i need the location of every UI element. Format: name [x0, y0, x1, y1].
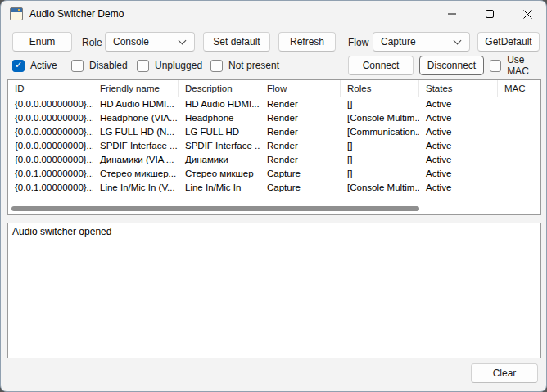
chevron-down-icon — [454, 36, 462, 44]
role-combobox-value: Console — [113, 36, 149, 47]
table-cell: [] — [341, 153, 419, 167]
close-icon — [523, 10, 532, 19]
refresh-button-label: Refresh — [290, 36, 324, 47]
chevron-down-icon — [179, 36, 187, 44]
table-cell: HD Audio HDMI... — [93, 97, 179, 111]
column-header[interactable]: Description — [179, 80, 260, 97]
close-button[interactable] — [509, 1, 546, 27]
minimize-icon — [448, 10, 456, 18]
column-header[interactable]: Friendly name — [93, 80, 179, 97]
table-cell — [498, 97, 540, 111]
unplugged-checkbox-label: Unplugged — [155, 60, 202, 71]
table-row[interactable]: {0.0.1.00000000}...Line In/Mic In (V...L… — [8, 181, 540, 195]
column-header[interactable]: Flow — [260, 80, 341, 97]
table-cell: [Console Multim... — [341, 181, 419, 195]
table-cell: Динамики (VIA ... — [93, 153, 179, 167]
table-cell: [] — [341, 139, 419, 153]
set-default-button[interactable]: Set default — [203, 32, 270, 52]
table-cell: {0.0.0.00000000}... — [8, 139, 93, 153]
table-cell: Active — [419, 139, 498, 153]
table-row[interactable]: {0.0.0.00000000}...HD Audio HDMI...HD Au… — [8, 97, 540, 111]
table-header: IDFriendly nameDescriptionFlowRolesState… — [8, 80, 540, 97]
table-cell: LG FULL HD — [179, 125, 260, 139]
table-cell: SPDIF Interface ... — [93, 139, 179, 153]
table-cell: {0.0.0.00000000}... — [8, 125, 93, 139]
table-cell — [498, 139, 540, 153]
active-checkbox-label: Active — [30, 60, 57, 71]
active-checkbox[interactable]: ✓ Active — [12, 59, 57, 72]
table-cell: {0.0.0.00000000}... — [8, 111, 93, 125]
enum-button-label: Enum — [29, 36, 55, 47]
column-header[interactable]: ID — [8, 80, 93, 97]
role-label: Role — [82, 37, 102, 48]
connect-button-label: Connect — [363, 60, 400, 71]
connect-button[interactable]: Connect — [348, 56, 414, 75]
table-cell: Line In/Mic In — [179, 181, 260, 195]
use-mac-checkbox[interactable]: ✓ Use MAC — [490, 59, 546, 72]
app-icon — [10, 7, 23, 20]
device-listview: IDFriendly nameDescriptionFlowRolesState… — [7, 79, 541, 215]
not-present-checkbox[interactable]: ✓ Not present — [210, 59, 279, 72]
unplugged-checkbox[interactable]: ✓ Unplugged — [137, 59, 202, 72]
table-cell: {0.0.1.00000000}... — [8, 181, 93, 195]
scrollbar-thumb[interactable] — [11, 206, 419, 211]
checkbox-box: ✓ — [12, 60, 25, 72]
table-cell: Headphone — [179, 111, 260, 125]
table-cell: HD Audio HDMI... — [179, 97, 260, 111]
table-cell: [] — [341, 97, 419, 111]
table-cell: Line In/Mic In (V... — [93, 181, 179, 195]
table-cell: Active — [419, 181, 498, 195]
disabled-checkbox-label: Disabled — [89, 60, 128, 71]
checkbox-box: ✓ — [137, 60, 149, 72]
table-cell: [Console Multim... — [341, 111, 419, 125]
table-row[interactable]: {0.0.1.00000000}...Стерео микшер...Стере… — [8, 167, 540, 181]
table-row[interactable]: {0.0.0.00000000}...LG FULL HD (N...LG FU… — [8, 125, 540, 139]
checkbox-box: ✓ — [210, 60, 223, 72]
table-cell — [498, 167, 540, 181]
maximize-button[interactable] — [471, 1, 509, 27]
column-header[interactable]: Roles — [341, 80, 419, 97]
app-window: Audio Switcher Demo Enum Role Console Se… — [0, 0, 547, 392]
clear-button-label: Clear — [493, 367, 517, 379]
table-cell: Render — [260, 111, 341, 125]
clear-button[interactable]: Clear — [471, 363, 538, 383]
table-cell: {0.0.1.00000000}... — [8, 167, 93, 181]
checkbox-box: ✓ — [71, 60, 84, 72]
table-row[interactable]: {0.0.0.00000000}...Динамики (VIA ...Дина… — [8, 153, 540, 167]
minimize-button[interactable] — [433, 1, 471, 27]
titlebar: Audio Switcher Demo — [1, 1, 546, 27]
table-cell — [498, 181, 540, 195]
get-default-button[interactable]: GetDefault — [477, 32, 540, 52]
table-cell: Стерео микшер... — [93, 167, 179, 181]
flow-combobox[interactable]: Capture — [373, 32, 470, 52]
horizontal-scrollbar[interactable] — [9, 204, 540, 214]
table-cell: Active — [419, 167, 498, 181]
table-cell — [498, 111, 540, 125]
checkbox-box: ✓ — [490, 60, 501, 72]
table-cell: Render — [260, 139, 341, 153]
table-cell: {0.0.0.00000000}... — [8, 97, 93, 111]
refresh-button[interactable]: Refresh — [278, 32, 336, 52]
log-output[interactable]: Audio switcher opened — [7, 223, 541, 358]
flow-combobox-value: Capture — [381, 36, 416, 47]
window-controls — [433, 1, 546, 27]
not-present-checkbox-label: Not present — [228, 60, 279, 71]
table-cell: Стерео микшер — [179, 167, 260, 181]
column-header[interactable]: States — [419, 80, 498, 97]
table-cell: Active — [419, 125, 498, 139]
get-default-button-label: GetDefault — [485, 36, 531, 47]
table-cell: Render — [260, 97, 341, 111]
use-mac-checkbox-label: Use MAC — [507, 54, 546, 77]
column-header[interactable]: MAC — [498, 80, 540, 97]
table-cell — [498, 125, 540, 139]
disabled-checkbox[interactable]: ✓ Disabled — [71, 59, 128, 72]
disconnect-button[interactable]: Disconnect — [419, 56, 484, 75]
table-row[interactable]: {0.0.0.00000000}...SPDIF Interface ...SP… — [8, 139, 540, 153]
table-row[interactable]: {0.0.0.00000000}...Headphone (VIA...Head… — [8, 111, 540, 125]
role-combobox[interactable]: Console — [105, 32, 195, 52]
window-title: Audio Switcher Demo — [29, 8, 124, 20]
app-icon-dot — [18, 9, 20, 11]
table-cell — [498, 153, 540, 167]
enum-button[interactable]: Enum — [12, 32, 72, 52]
table-cell: Active — [419, 111, 498, 125]
